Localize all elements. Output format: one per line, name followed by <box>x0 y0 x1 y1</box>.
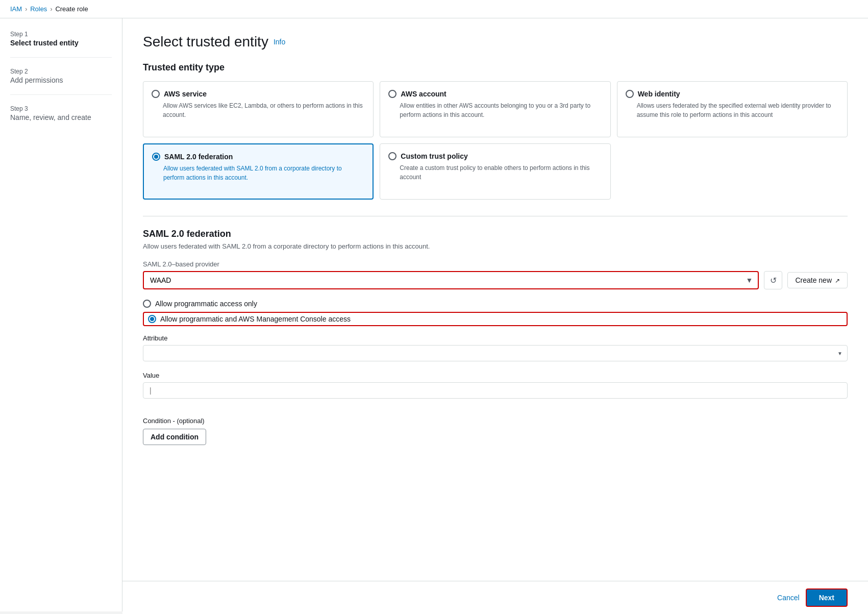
entity-card-web-identity[interactable]: Web identity Allows users federated by t… <box>617 81 848 137</box>
breadcrumb-sep-1: › <box>25 6 27 13</box>
saml-section: SAML 2.0 federation Allow users federate… <box>143 216 848 445</box>
radio-web-identity <box>626 90 634 98</box>
value-section: Value <box>143 372 848 407</box>
condition-label: Condition - (optional) <box>143 417 848 425</box>
radio-programmatic-console-label: Allow programmatic and AWS Management Co… <box>160 315 351 323</box>
next-button[interactable]: Next <box>806 588 848 607</box>
radio-programmatic-only <box>143 300 151 308</box>
entity-card-web-identity-desc: Allows users federated by the specified … <box>626 101 839 119</box>
access-options: Allow programmatic access only Allow pro… <box>143 300 848 326</box>
attribute-section: Attribute <box>143 334 848 361</box>
footer-spacer <box>143 457 848 488</box>
radio-programmatic-only-label: Allow programmatic access only <box>155 300 257 308</box>
step-3-label: Step 3 <box>10 105 112 112</box>
entity-card-custom-trust-desc: Create a custom trust policy to enable o… <box>388 163 602 182</box>
external-link-icon <box>835 276 840 284</box>
step-1-title: Select trusted entity <box>10 39 112 47</box>
add-condition-button[interactable]: Add condition <box>143 429 206 445</box>
refresh-icon: ↺ <box>770 276 777 285</box>
entity-card-aws-account-name: AWS account <box>401 90 446 98</box>
radio-aws-service <box>152 90 160 98</box>
radio-custom-trust <box>388 152 396 160</box>
breadcrumb: IAM › Roles › Create role <box>0 0 868 18</box>
page-title: Select trusted entity <box>143 34 268 50</box>
step-2-title: Add permissions <box>10 76 112 84</box>
entity-card-saml-desc: Allow users federated with SAML 2.0 from… <box>152 164 364 182</box>
entity-cards-row2: SAML 2.0 federation Allow users federate… <box>143 143 848 200</box>
create-new-label: Create new <box>795 276 832 284</box>
provider-section: SAML 2.0–based provider WAAD ▼ ↺ Create … <box>143 260 848 289</box>
breadcrumb-iam[interactable]: IAM <box>10 5 22 13</box>
provider-select[interactable]: WAAD <box>144 272 758 288</box>
breadcrumb-current: Create role <box>55 5 88 13</box>
sidebar: Step 1 Select trusted entity Step 2 Add … <box>0 18 122 611</box>
entity-card-aws-service-desc: Allow AWS services like EC2, Lambda, or … <box>152 101 365 119</box>
entity-card-aws-account-desc: Allow entities in other AWS accounts bel… <box>388 101 602 119</box>
attribute-wrapper <box>143 345 848 361</box>
entity-card-web-identity-name: Web identity <box>638 90 680 98</box>
provider-label: SAML 2.0–based provider <box>143 260 848 268</box>
entity-card-aws-service-name: AWS service <box>164 90 207 98</box>
sidebar-step-1: Step 1 Select trusted entity <box>10 31 112 58</box>
provider-select-wrapper: WAAD ▼ <box>143 271 759 289</box>
breadcrumb-sep-2: › <box>50 6 52 13</box>
radio-aws-account <box>388 90 396 98</box>
create-new-button[interactable]: Create new <box>787 272 848 288</box>
value-label: Value <box>143 372 848 379</box>
cancel-button[interactable]: Cancel <box>777 594 800 602</box>
value-input[interactable] <box>143 382 848 399</box>
entity-card-aws-account[interactable]: AWS account Allow entities in other AWS … <box>380 81 610 137</box>
step-2-label: Step 2 <box>10 68 112 75</box>
breadcrumb-roles[interactable]: Roles <box>30 5 47 13</box>
access-option-programmatic-only[interactable]: Allow programmatic access only <box>143 300 848 308</box>
saml-section-desc: Allow users federated with SAML 2.0 from… <box>143 242 848 250</box>
condition-section: Condition - (optional) Add condition <box>143 417 848 445</box>
sidebar-step-2: Step 2 Add permissions <box>10 68 112 95</box>
radio-programmatic-console <box>148 315 156 323</box>
step-1-label: Step 1 <box>10 31 112 38</box>
sidebar-step-3: Step 3 Name, review, and create <box>10 105 112 132</box>
main-content: Select trusted entity Info Trusted entit… <box>122 18 868 611</box>
info-link[interactable]: Info <box>274 38 285 46</box>
entity-card-saml-federation[interactable]: SAML 2.0 federation Allow users federate… <box>143 143 374 200</box>
refresh-button[interactable]: ↺ <box>764 271 782 289</box>
provider-row: WAAD ▼ ↺ Create new <box>143 271 848 289</box>
page-footer: Cancel Next <box>122 581 868 614</box>
entity-card-custom-trust[interactable]: Custom trust policy Create a custom trus… <box>380 143 610 200</box>
entity-cards-row1: AWS service Allow AWS services like EC2,… <box>143 81 848 137</box>
radio-saml-federation <box>152 153 160 161</box>
attribute-label: Attribute <box>143 334 848 342</box>
access-option-programmatic-console[interactable]: Allow programmatic and AWS Management Co… <box>143 312 848 326</box>
attribute-select[interactable] <box>143 345 848 361</box>
page-header: Select trusted entity Info <box>143 34 848 50</box>
trusted-entity-section-title: Trusted entity type <box>143 62 848 73</box>
step-3-title: Name, review, and create <box>10 113 112 121</box>
entity-card-saml-name: SAML 2.0 federation <box>164 153 233 161</box>
saml-section-title: SAML 2.0 federation <box>143 229 848 239</box>
entity-card-aws-service[interactable]: AWS service Allow AWS services like EC2,… <box>143 81 374 137</box>
entity-card-custom-trust-name: Custom trust policy <box>401 152 467 160</box>
